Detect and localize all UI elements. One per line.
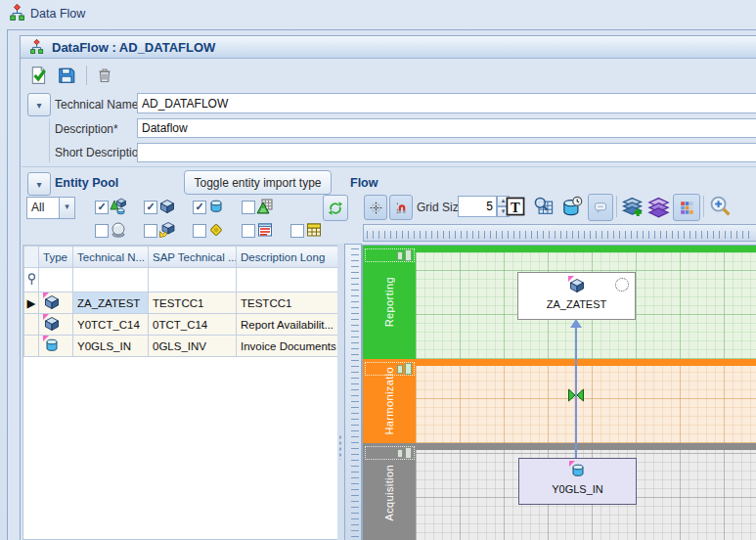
description-field[interactable] bbox=[137, 118, 756, 138]
infoobject-icon bbox=[110, 221, 127, 239]
panel-splitter[interactable] bbox=[337, 244, 344, 540]
refresh-arrows-icon bbox=[328, 201, 343, 216]
toolbar-separator bbox=[86, 66, 87, 85]
speech-bubble-icon bbox=[593, 201, 608, 214]
table-header-row: Type Technical N... SAP Technical ... De… bbox=[24, 247, 339, 268]
toggle-entity-import-type-button[interactable]: Toggle entity import type bbox=[184, 170, 332, 195]
add-layer-button[interactable] bbox=[621, 196, 644, 217]
table-row[interactable]: ▶ ZA_ZATEST TESTCC1 TESTCC1 bbox=[24, 292, 339, 314]
toolbar-separator bbox=[703, 196, 704, 217]
open-hub-icon bbox=[305, 221, 323, 239]
filter-pin-icon bbox=[24, 268, 39, 292]
col-type[interactable]: Type bbox=[39, 247, 73, 268]
cell-description[interactable]: Invoice Documents bbox=[237, 336, 339, 357]
type-icon-cell bbox=[39, 336, 73, 357]
infoobject-checkbox[interactable] bbox=[95, 224, 109, 238]
table-row[interactable]: Y0TCT_C14 0TCT_C14 Report Availabilit... bbox=[24, 314, 339, 336]
form-collapse-button[interactable]: ▾ bbox=[27, 93, 51, 116]
cell-description[interactable]: Report Availabilit... bbox=[237, 314, 339, 336]
multiprovider-icon bbox=[110, 198, 127, 215]
dataflow-hierarchy-icon bbox=[9, 4, 26, 22]
cell-technical-name[interactable]: Y0TCT_C14 bbox=[73, 314, 149, 336]
lane-handle[interactable] bbox=[365, 446, 415, 460]
type-filter-dropdown[interactable]: All ▾ bbox=[26, 197, 75, 219]
filter-cell-technical[interactable] bbox=[73, 268, 149, 292]
magnet-icon bbox=[394, 201, 409, 215]
entity-pool-collapse-button[interactable]: ▾ bbox=[27, 172, 51, 196]
infocube-checkbox[interactable] bbox=[144, 201, 157, 214]
short-description-field[interactable] bbox=[137, 143, 756, 162]
col-technical-name[interactable]: Technical N... bbox=[73, 247, 149, 268]
save-button[interactable] bbox=[57, 66, 76, 85]
comments-button[interactable] bbox=[588, 194, 613, 221]
cell-sap-technical[interactable]: TESTCC1 bbox=[149, 292, 237, 314]
lane-handle[interactable] bbox=[365, 362, 415, 376]
filter-cell-sap[interactable] bbox=[149, 268, 237, 292]
edit-data-button[interactable] bbox=[560, 196, 583, 217]
zoom-in-button[interactable] bbox=[709, 195, 732, 217]
cell-technical-name[interactable]: ZA_ZATEST bbox=[73, 292, 149, 314]
infocube-icon bbox=[43, 293, 61, 311]
aggregation-level-checkbox[interactable] bbox=[242, 201, 255, 214]
grid-size-input[interactable] bbox=[458, 196, 497, 217]
infoset-checkbox[interactable] bbox=[193, 224, 206, 238]
technical-name-label: Technical Name* bbox=[55, 98, 143, 112]
transformation-bowtie-icon[interactable] bbox=[567, 388, 585, 402]
col-sap-technical[interactable]: SAP Technical ... bbox=[149, 247, 237, 268]
edge-arrowhead-icon bbox=[570, 319, 582, 328]
datasource-checkbox[interactable] bbox=[242, 224, 255, 238]
aggregation-level-icon bbox=[256, 198, 274, 215]
cell-description[interactable]: TESTCC1 bbox=[237, 292, 339, 314]
col-description-long[interactable]: Description Long bbox=[237, 247, 339, 268]
svg-text:T: T bbox=[511, 200, 520, 215]
node-y0gls-in[interactable]: Y0GLS_IN bbox=[518, 458, 637, 505]
snap-magnet-button[interactable] bbox=[389, 195, 413, 220]
validate-button[interactable] bbox=[29, 66, 49, 85]
virtual-provider-checkbox[interactable] bbox=[144, 224, 157, 238]
panel-header: DataFlow : AD_DATAFLOW bbox=[21, 36, 756, 59]
infocube-icon bbox=[43, 315, 61, 333]
color-legend-button[interactable] bbox=[673, 194, 700, 221]
multiprovider-checkbox[interactable] bbox=[95, 201, 109, 214]
table-row[interactable]: Y0GLS_IN 0GLS_INV Invoice Documents bbox=[24, 336, 339, 357]
lane-label: Harmonizatio bbox=[383, 367, 395, 435]
type-icon-cell bbox=[39, 314, 73, 336]
node-za-zatest[interactable]: ZA_ZATEST bbox=[517, 272, 636, 320]
filter-cell-type[interactable] bbox=[39, 268, 73, 292]
lane-label: Reporting bbox=[383, 277, 395, 327]
vertical-ruler bbox=[344, 244, 362, 540]
cell-technical-name[interactable]: Y0GLS_IN bbox=[73, 336, 149, 357]
filter-cell-description[interactable] bbox=[237, 268, 339, 292]
layers-button[interactable] bbox=[647, 196, 670, 217]
type-icon-cell bbox=[39, 292, 73, 314]
text-tool-button[interactable]: T bbox=[505, 196, 526, 217]
section-divider bbox=[22, 166, 756, 167]
infoset-icon bbox=[207, 221, 225, 239]
description-label: Description* bbox=[55, 122, 118, 136]
open-hub-checkbox[interactable] bbox=[290, 224, 304, 238]
lane-handle[interactable] bbox=[365, 248, 415, 262]
flow-canvas[interactable]: Reporting Harmonizatio Acquisition ZA_ZA… bbox=[362, 245, 756, 540]
color-grid-icon bbox=[680, 201, 694, 215]
technical-name-field[interactable] bbox=[137, 93, 756, 113]
dataflow-hierarchy-icon bbox=[29, 39, 45, 55]
virtual-provider-icon bbox=[158, 221, 176, 239]
flow-title: Flow bbox=[350, 176, 378, 190]
toolbar-separator bbox=[616, 196, 617, 217]
snap-grid-button[interactable] bbox=[364, 195, 387, 220]
lane-label: Acquisition bbox=[383, 465, 395, 521]
datastore-icon bbox=[569, 462, 587, 479]
row-selected-indicator: ▶ bbox=[24, 292, 39, 314]
short-description-label: Short Description bbox=[55, 146, 145, 159]
cell-sap-technical[interactable]: 0TCT_C14 bbox=[149, 314, 237, 336]
datastore-checkbox[interactable] bbox=[193, 201, 206, 214]
window-title: Data Flow bbox=[30, 7, 85, 21]
snap-grid-icon bbox=[369, 201, 383, 215]
cell-sap-technical[interactable]: 0GLS_INV bbox=[149, 336, 237, 357]
status-dotted-circle-icon bbox=[615, 278, 629, 292]
refresh-button[interactable] bbox=[323, 195, 348, 221]
datastore-icon bbox=[207, 198, 225, 215]
find-in-flow-button[interactable] bbox=[533, 196, 555, 217]
grid-size-stepper[interactable]: ▲▼ bbox=[458, 196, 510, 217]
delete-button[interactable] bbox=[96, 66, 113, 85]
